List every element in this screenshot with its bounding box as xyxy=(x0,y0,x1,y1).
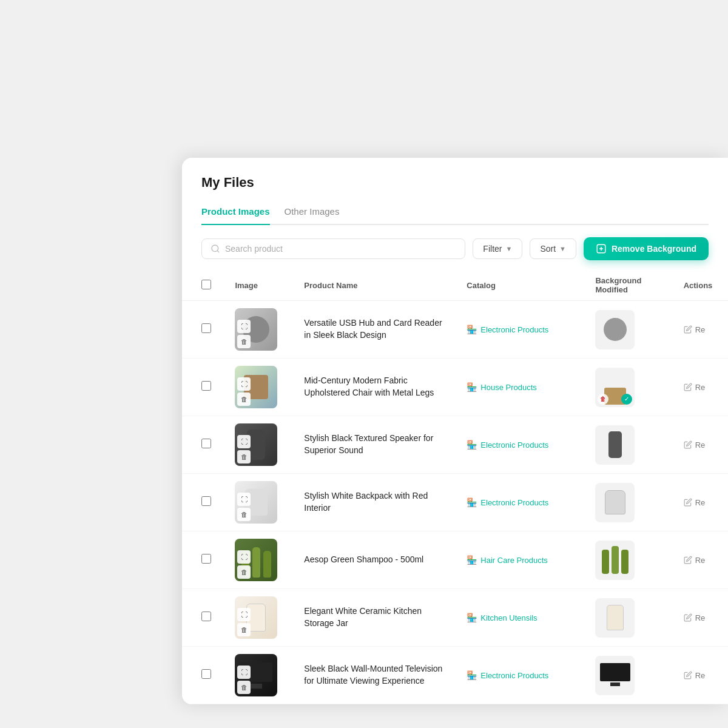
product-image-cell: ⛶ 🗑 xyxy=(225,647,294,704)
catalog-link[interactable]: 🏪 Electronic Products xyxy=(467,325,576,334)
bg-modified-cell xyxy=(585,647,673,704)
main-panel: My Files Product Images Other Images Fil… xyxy=(182,158,728,704)
catalog-header: Catalog xyxy=(457,270,585,301)
actions-cell: Re xyxy=(674,359,728,416)
action-button-5[interactable]: Re xyxy=(684,556,718,565)
expand-icon[interactable]: ⛶ xyxy=(237,666,251,679)
row-checkbox-cell xyxy=(182,647,225,704)
row-checkbox-cell xyxy=(182,359,225,416)
store-icon: 🏪 xyxy=(467,382,477,392)
expand-icon[interactable]: ⛶ xyxy=(237,550,251,564)
action-button-6[interactable]: Re xyxy=(684,613,718,622)
action-button-4[interactable]: Re xyxy=(684,498,718,507)
row-checkbox-3[interactable] xyxy=(201,439,211,448)
chevron-down-icon: ▼ xyxy=(559,245,566,252)
bg-modified-cell: 🗑 ✓ xyxy=(585,359,673,416)
svg-line-1 xyxy=(217,251,219,252)
actions-cell: Re xyxy=(674,589,728,647)
action-button-2[interactable]: Re xyxy=(684,383,718,392)
chevron-down-icon: ▼ xyxy=(505,245,512,252)
tab-other-images[interactable]: Other Images xyxy=(285,201,340,225)
catalog-link[interactable]: 🏪 Electronic Products xyxy=(467,440,576,450)
store-icon: 🏪 xyxy=(467,555,477,565)
product-image-cell: ⛶ 🗑 xyxy=(225,531,294,589)
catalog-cell: 🏪 House Products xyxy=(457,359,585,416)
table-row: ⛶ 🗑 Sleek Black Wall-Mounted Television … xyxy=(182,647,728,704)
catalog-link[interactable]: 🏪 Kitchen Utensils xyxy=(467,613,576,622)
product-image-cell: ⛶ 🗑 xyxy=(225,416,294,474)
expand-icon[interactable]: ⛶ xyxy=(237,320,251,333)
edit-icon xyxy=(684,671,692,679)
actions-cell: Re xyxy=(674,474,728,531)
remove-background-button[interactable]: Remove Background xyxy=(584,237,709,260)
delete-icon[interactable]: 🗑 xyxy=(237,450,251,463)
row-checkbox-4[interactable] xyxy=(201,496,211,506)
product-image-cell: ⛶ 🗑 xyxy=(225,589,294,647)
product-name-header: Product Name xyxy=(294,270,457,301)
row-checkbox-1[interactable] xyxy=(201,323,211,333)
action-button-7[interactable]: Re xyxy=(684,671,718,680)
catalog-link[interactable]: 🏪 Electronic Products xyxy=(467,497,576,507)
store-icon: 🏪 xyxy=(467,613,477,622)
bg-modified-cell xyxy=(585,531,673,589)
bg-modified-cell xyxy=(585,416,673,474)
bg-modified-cell xyxy=(585,474,673,531)
row-checkbox-cell xyxy=(182,474,225,531)
expand-icon[interactable]: ⛶ xyxy=(237,493,251,506)
table-row: ⛶ 🗑 Mid-Century Modern Fabric Upholstere… xyxy=(182,359,728,416)
catalog-link[interactable]: 🏪 Hair Care Products xyxy=(467,555,576,565)
product-name-cell: Sleek Black Wall-Mounted Television for … xyxy=(294,647,457,704)
panel-title: My Files xyxy=(201,175,709,190)
scissors-icon xyxy=(596,243,607,254)
toolbar: Filter ▼ Sort ▼ Remove Background xyxy=(182,225,728,270)
product-image-cell: ⛶ 🗑 xyxy=(225,301,294,359)
actions-cell: Re xyxy=(674,531,728,589)
tabs-bar: Product Images Other Images xyxy=(201,201,709,225)
expand-icon[interactable]: ⛶ xyxy=(237,377,251,391)
edit-icon xyxy=(684,440,692,449)
table-row: ⛶ 🗑 Stylish Black Textured Speaker for S… xyxy=(182,416,728,474)
product-name-cell: Versatile USB Hub and Card Reader in Sle… xyxy=(294,301,457,359)
tab-product-images[interactable]: Product Images xyxy=(201,201,270,225)
catalog-cell: 🏪 Electronic Products xyxy=(457,647,585,704)
row-checkbox-2[interactable] xyxy=(201,381,211,391)
sort-button[interactable]: Sort ▼ xyxy=(530,238,576,259)
row-checkbox-6[interactable] xyxy=(201,612,211,621)
catalog-cell: 🏪 Electronic Products xyxy=(457,301,585,359)
delete-icon[interactable]: 🗑 xyxy=(237,681,251,694)
delete-icon[interactable]: 🗑 xyxy=(237,565,251,579)
delete-icon[interactable]: 🗑 xyxy=(237,508,251,521)
actions-cell: Re xyxy=(674,416,728,474)
catalog-link[interactable]: 🏪 Electronic Products xyxy=(467,670,576,680)
search-input[interactable] xyxy=(225,244,456,254)
bg-modified-cell xyxy=(585,589,673,647)
delete-icon[interactable]: 🗑 xyxy=(237,335,251,348)
row-checkbox-5[interactable] xyxy=(201,554,211,564)
delete-icon[interactable]: 🗑 xyxy=(237,393,251,406)
filter-button[interactable]: Filter ▼ xyxy=(473,238,522,259)
table-row: ⛶ 🗑 Elegant White Ceramic Kitchen Storag… xyxy=(182,589,728,647)
products-table: Image Product Name Catalog Background Mo… xyxy=(182,270,728,704)
image-header: Image xyxy=(225,270,294,301)
store-icon: 🏪 xyxy=(467,497,477,507)
select-all-checkbox[interactable] xyxy=(201,280,211,289)
action-button-3[interactable]: Re xyxy=(684,440,718,450)
edit-icon xyxy=(684,556,692,564)
store-icon: 🏪 xyxy=(467,325,477,334)
expand-icon[interactable]: ⛶ xyxy=(237,435,251,448)
expand-icon[interactable]: ⛶ xyxy=(237,608,251,621)
delete-icon[interactable]: 🗑 xyxy=(237,623,251,636)
delete-icon[interactable]: 🗑 xyxy=(598,394,608,405)
table-row: ⛶ 🗑 Aesop Green Shampoo - 500ml 🏪 Hair C… xyxy=(182,531,728,589)
panel-header: My Files Product Images Other Images xyxy=(182,175,728,225)
actions-header: Actions xyxy=(674,270,728,301)
product-name-cell: Stylish White Backpack with Red Interior xyxy=(294,474,457,531)
catalog-link[interactable]: 🏪 House Products xyxy=(467,382,576,392)
table-wrapper: Image Product Name Catalog Background Mo… xyxy=(182,270,728,704)
catalog-cell: 🏪 Hair Care Products xyxy=(457,531,585,589)
action-button-1[interactable]: Re xyxy=(684,325,718,334)
store-icon: 🏪 xyxy=(467,440,477,450)
product-image-cell: ⛶ 🗑 xyxy=(225,359,294,416)
catalog-cell: 🏪 Electronic Products xyxy=(457,474,585,531)
row-checkbox-7[interactable] xyxy=(201,669,211,679)
